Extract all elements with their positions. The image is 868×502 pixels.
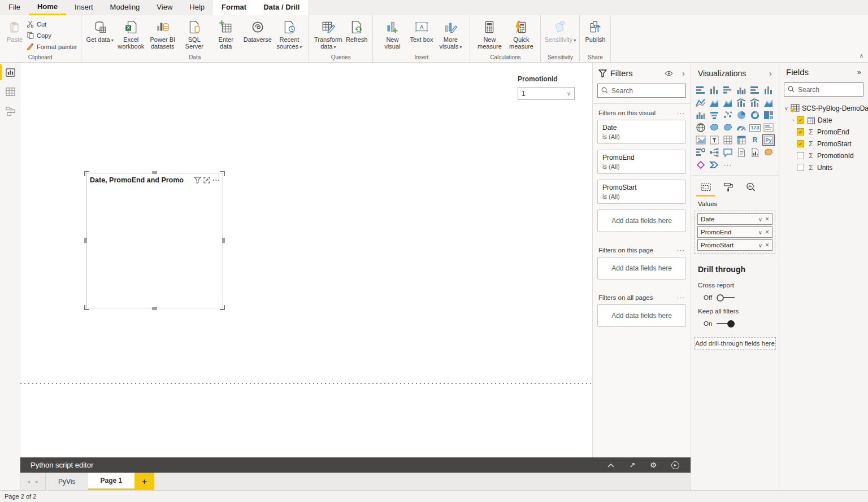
dataset-tree-item[interactable]: ∨ SCS-PyBlog-DemoData xyxy=(779,102,868,114)
python-script-editor-bar[interactable]: Python script editor ↗ ⚙ ▸ xyxy=(20,457,691,473)
viz-icon-decomposition-tree[interactable] xyxy=(708,147,721,158)
sensitivity-button[interactable]: Sensitivity xyxy=(544,18,576,45)
collapse-fields-icon[interactable]: » xyxy=(857,68,861,76)
viz-icon-stacked-bar-chart[interactable] xyxy=(695,85,707,96)
add-data-fields-dropzone-page[interactable]: Add data fields here xyxy=(597,257,686,280)
viz-icon-clustered-column-chart[interactable] xyxy=(735,85,748,96)
chip-remove-icon[interactable]: × xyxy=(765,228,769,236)
visual-more-options-icon[interactable]: ··· xyxy=(212,177,220,184)
section-more-options-icon[interactable]: ··· xyxy=(677,110,685,116)
field-checkbox-units[interactable] xyxy=(797,164,804,171)
filters-search-input[interactable] xyxy=(611,87,682,95)
tab-format[interactable]: Format xyxy=(213,0,255,15)
new-measure-button[interactable]: New measure xyxy=(474,18,505,50)
viz-icon-100-stacked-bar-chart[interactable] xyxy=(749,85,761,96)
add-data-fields-dropzone-all-pages[interactable]: Add data fields here xyxy=(597,304,686,327)
field-chip-date[interactable]: Date ∨ × xyxy=(697,213,772,225)
field-chip-promoend[interactable]: PromoEnd ∨ × xyxy=(697,226,772,238)
resize-handle-bottom-left[interactable] xyxy=(84,305,89,310)
field-chip-promostart[interactable]: PromoStart ∨ × xyxy=(697,239,772,251)
fields-well-tab[interactable] xyxy=(699,180,713,194)
viz-icon-clustered-bar-chart[interactable] xyxy=(722,85,734,96)
field-tree-item-promostart[interactable]: ✓ Σ PromoStart xyxy=(779,138,868,150)
section-more-options-icon[interactable]: ··· xyxy=(677,294,685,301)
viz-icon-more-options[interactable]: ··· xyxy=(722,159,734,171)
section-more-options-icon[interactable]: ··· xyxy=(677,247,685,254)
next-page-arrow-icon[interactable]: ▸ xyxy=(36,478,38,484)
new-page-button[interactable]: + xyxy=(134,473,154,490)
cut-button[interactable]: Cut xyxy=(26,19,77,30)
add-data-fields-dropzone-visual[interactable]: Add data fields here xyxy=(597,209,686,232)
sql-server-button[interactable]: SQL Server xyxy=(179,18,210,50)
field-tree-item-promoend[interactable]: ✓ Σ PromoEnd xyxy=(779,126,868,138)
resize-handle-top[interactable] xyxy=(152,171,157,174)
run-script-icon[interactable]: ▸ xyxy=(671,461,679,469)
recent-sources-button[interactable]: Recent sources xyxy=(274,18,305,51)
values-field-well[interactable]: Date ∨ × PromoEnd ∨ × PromoStart ∨ × xyxy=(695,211,775,254)
enter-data-button[interactable]: Enter data xyxy=(210,18,242,50)
quick-measure-button[interactable]: Quick measure xyxy=(505,18,537,50)
viz-icon-card[interactable]: 123 xyxy=(749,122,761,133)
viz-icon-filled-map[interactable] xyxy=(708,122,721,133)
field-checkbox-promostart[interactable]: ✓ xyxy=(797,140,804,147)
collapse-editor-icon[interactable] xyxy=(607,463,614,468)
dataverse-button[interactable]: Dataverse xyxy=(242,18,274,43)
viz-icon-table[interactable] xyxy=(722,134,734,146)
chip-remove-icon[interactable]: × xyxy=(765,241,769,249)
open-external-editor-icon[interactable]: ↗ xyxy=(629,461,635,469)
tab-insert[interactable]: Insert xyxy=(66,0,102,15)
fields-search-input[interactable] xyxy=(798,86,860,94)
resize-handle-bottom-right[interactable] xyxy=(220,305,225,310)
viz-icon-pie-chart[interactable] xyxy=(735,110,748,121)
viz-icon-r-script-visual[interactable]: R xyxy=(749,134,761,146)
report-canvas[interactable]: Date, PromoEnd and Promo ··· PromotionId xyxy=(20,63,592,457)
viz-icon-stacked-area-chart[interactable] xyxy=(722,97,734,108)
viz-icon-map[interactable] xyxy=(695,122,707,133)
chip-remove-icon[interactable]: × xyxy=(765,215,769,223)
copy-button[interactable]: Copy xyxy=(26,30,77,41)
tab-data-drill[interactable]: Data / Drill xyxy=(255,0,308,15)
paste-button[interactable]: Paste xyxy=(3,18,26,43)
viz-icon-shape-map[interactable] xyxy=(722,122,734,133)
filter-card-promoend[interactable]: PromoEnd is (All) xyxy=(597,150,686,174)
viz-icon-100-stacked-column-chart[interactable] xyxy=(762,85,775,96)
viz-icon-key-influencers[interactable] xyxy=(695,147,707,158)
page-tab-pyvis[interactable]: PyVis xyxy=(46,473,88,490)
viz-icon-multi-row-card[interactable] xyxy=(762,122,775,133)
tab-file[interactable]: File xyxy=(0,0,29,15)
viz-icon-line-and-stacked-column-chart[interactable] xyxy=(735,97,748,108)
chip-dropdown-icon[interactable]: ∨ xyxy=(758,242,762,248)
python-visual-placeholder[interactable]: Date, PromoEnd and Promo ··· xyxy=(86,173,223,308)
data-view-button[interactable] xyxy=(0,82,20,101)
tab-home[interactable]: Home xyxy=(29,0,66,15)
transform-data-button[interactable]: Transform data xyxy=(313,18,344,51)
viz-icon-power-apps[interactable] xyxy=(695,159,707,171)
filter-card-date[interactable]: Date is (All) xyxy=(597,120,686,144)
tab-help[interactable]: Help xyxy=(181,0,213,15)
excel-workbook-button[interactable]: X Excel workbook xyxy=(115,18,147,50)
field-checkbox-promotionid[interactable] xyxy=(797,152,804,159)
field-checkbox-date[interactable]: ✓ xyxy=(797,116,804,124)
collapse-visualizations-icon[interactable]: › xyxy=(769,68,772,78)
viz-icon-donut-chart[interactable] xyxy=(749,110,761,121)
cross-report-toggle[interactable] xyxy=(717,294,735,302)
viz-icon-python-visual[interactable]: Py xyxy=(762,134,775,146)
collapse-tree-icon[interactable]: ∨ xyxy=(783,106,790,111)
viz-icon-line-chart[interactable] xyxy=(695,97,707,108)
field-tree-item-date[interactable]: › ✓ Date xyxy=(779,114,868,126)
viz-icon-waterfall-chart[interactable] xyxy=(695,110,707,121)
previous-page-arrow-icon[interactable]: ◂ xyxy=(27,478,30,484)
viz-icon-q-and-a[interactable] xyxy=(722,147,734,158)
text-box-button[interactable]: A Text box xyxy=(408,18,435,43)
resize-handle-bottom[interactable] xyxy=(152,307,157,310)
viz-icon-gauge[interactable] xyxy=(735,122,748,133)
viz-icon-kpi[interactable] xyxy=(695,134,707,146)
slicer-dropdown[interactable]: 1 ∨ xyxy=(518,87,575,100)
model-view-button[interactable] xyxy=(0,101,20,120)
chip-dropdown-icon[interactable]: ∨ xyxy=(758,229,762,235)
resize-handle-right[interactable] xyxy=(222,238,225,243)
get-data-button[interactable]: Get data xyxy=(85,18,115,45)
viz-icon-power-automate[interactable] xyxy=(708,159,721,171)
publish-button[interactable]: Publish xyxy=(583,18,607,43)
viz-icon-treemap[interactable] xyxy=(762,110,775,121)
